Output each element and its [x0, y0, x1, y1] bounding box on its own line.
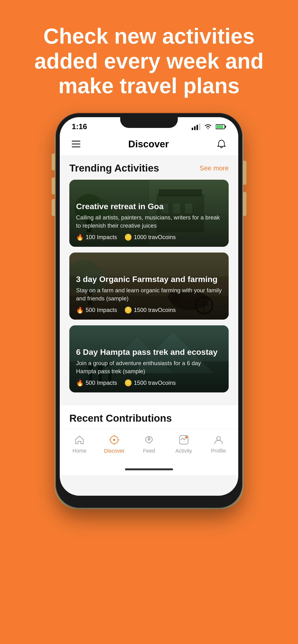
card-title-1: Creative retreat in Goa — [76, 202, 222, 211]
card-badges-2: 🔥 500 Impacts 🪙 1500 travOcoins — [76, 306, 222, 314]
fire-icon-3: 🔥 — [76, 379, 84, 387]
bottom-navigation: Home Discover — [60, 429, 238, 464]
svg-rect-5 — [225, 126, 226, 128]
home-indicator — [125, 468, 173, 470]
coin-badge-2: 🪙 1500 travOcoins — [124, 306, 176, 314]
svg-point-43 — [185, 436, 188, 438]
card-content-1: Creative retreat in Goa Calling all arti… — [69, 196, 229, 247]
impact-count-3: 500 Impacts — [86, 380, 117, 386]
see-more-button[interactable]: See more — [200, 164, 229, 172]
impact-count-2: 500 Impacts — [86, 307, 117, 314]
svg-rect-1 — [194, 126, 196, 130]
fire-icon-2: 🔥 — [76, 306, 84, 314]
bell-icon[interactable] — [217, 139, 226, 149]
coin-count-2: 1500 travOcoins — [134, 307, 176, 314]
activity-icon — [178, 434, 190, 446]
discover-icon — [108, 434, 120, 446]
card-badges-1: 🔥 100 Impacts 🪙 1000 travOcoins — [76, 234, 222, 241]
trending-section-title: Trending Activities — [69, 162, 159, 174]
card-content-2: 3 day Organic Farmstay and farming Stay … — [69, 268, 229, 320]
svg-rect-6 — [216, 125, 223, 128]
svg-rect-3 — [199, 124, 200, 130]
phone-screen: 1:16 — [60, 117, 238, 496]
card-title-3: 6 Day Hampta pass trek and ecostay — [76, 347, 222, 357]
activity-card-2[interactable]: 3 day Organic Farmstay and farming Stay … — [69, 252, 229, 320]
nav-item-discover[interactable]: Discover — [97, 434, 132, 454]
card-desc-2: Stay on a farm and learn organic farming… — [76, 286, 222, 302]
coin-icon-2: 🪙 — [124, 306, 132, 314]
impact-badge-1: 🔥 100 Impacts — [76, 234, 117, 241]
phone-notch — [120, 117, 178, 128]
nav-label-feed: Feed — [143, 448, 155, 454]
coin-count-3: 1500 travOcoins — [134, 380, 176, 386]
card-desc-1: Calling all artists, painters, musicians… — [76, 214, 222, 230]
card-desc-3: Join a group of adventure enthusiasts fo… — [76, 359, 222, 375]
activity-card-3[interactable]: 6 Day Hampta pass trek and ecostay Join … — [69, 325, 229, 392]
app-header: Discover — [60, 134, 238, 155]
nav-label-discover: Discover — [104, 448, 124, 454]
status-time: 1:16 — [72, 122, 87, 131]
nav-label-activity: Activity — [175, 448, 192, 454]
svg-rect-2 — [197, 125, 198, 130]
wifi-icon — [204, 124, 212, 130]
coin-icon-3: 🪙 — [124, 379, 132, 387]
recent-section-title: Recent Contributions — [69, 412, 172, 424]
coin-icon-1: 🪙 — [124, 234, 132, 241]
card-content-3: 6 Day Hampta pass trek and ecostay Join … — [69, 342, 229, 392]
svg-point-44 — [217, 436, 221, 440]
home-icon — [73, 434, 85, 446]
trending-section-header: Trending Activities See more — [69, 162, 229, 174]
nav-item-home[interactable]: Home — [62, 434, 97, 454]
coin-count-1: 1000 travOcoins — [134, 234, 176, 240]
signal-icon — [192, 124, 200, 130]
impact-badge-3: 🔥 500 Impacts — [76, 379, 117, 387]
nav-label-home: Home — [72, 448, 87, 454]
feed-icon — [143, 434, 155, 446]
hamburger-menu-icon[interactable] — [72, 141, 80, 147]
status-icons — [192, 124, 226, 130]
recent-contributions-section: Recent Contributions — [60, 406, 238, 429]
hero-text: Check new activities added every week an… — [0, 0, 298, 113]
svg-point-40 — [113, 439, 115, 441]
nav-item-feed[interactable]: Feed — [132, 434, 167, 454]
home-indicator-area — [60, 464, 238, 475]
impact-count-1: 100 Impacts — [86, 234, 117, 240]
activity-card-1[interactable]: Creative retreat in Goa Calling all arti… — [69, 180, 229, 247]
card-badges-3: 🔥 500 Impacts 🪙 1500 travOcoins — [76, 379, 222, 387]
page-title: Discover — [128, 139, 169, 150]
coin-badge-1: 🪙 1000 travOcoins — [124, 234, 176, 241]
coin-badge-3: 🪙 1500 travOcoins — [124, 379, 176, 387]
impact-badge-2: 🔥 500 Impacts — [76, 306, 117, 314]
svg-rect-0 — [192, 128, 193, 130]
fire-icon-1: 🔥 — [76, 234, 84, 241]
profile-icon — [213, 434, 225, 446]
nav-item-profile[interactable]: Profile — [201, 434, 236, 454]
nav-label-profile: Profile — [211, 448, 226, 454]
nav-item-activity[interactable]: Activity — [166, 434, 201, 454]
content-area: Trending Activities See more — [60, 155, 238, 406]
card-title-2: 3 day Organic Farmstay and farming — [76, 274, 222, 284]
phone-frame: 1:16 — [55, 113, 243, 508]
battery-icon — [216, 124, 226, 130]
phone-device: 1:16 — [55, 113, 243, 515]
